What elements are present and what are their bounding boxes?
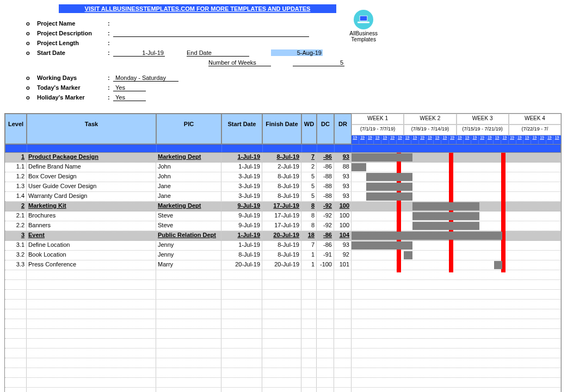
cell: 8-Jul-19 [262, 241, 301, 250]
table-row: 1Product Package DesignMarketing Dept1-J… [5, 153, 561, 163]
cell: 7 [301, 241, 317, 250]
gantt-cell [352, 231, 561, 240]
cell: 3-Jul-19 [221, 172, 262, 182]
holidays-marker-input[interactable]: Yes [113, 94, 146, 101]
cell: 8-Jul-19 [262, 192, 301, 201]
cell: User Guide Cover Design [27, 182, 156, 191]
week-range: (7/15/19 - 7/21/19) [457, 125, 509, 135]
cell: 1-Jul-19 [221, 231, 262, 240]
day-cell: 19 [523, 135, 531, 144]
gantt-cell [352, 202, 561, 211]
cell: -86 [317, 241, 334, 250]
empty-row [5, 349, 561, 358]
gantt-bar [352, 163, 366, 171]
label-todays-marker: Today's Marker [37, 84, 108, 91]
day-cell: 19 [427, 135, 434, 144]
cell: -91 [317, 251, 334, 260]
table-row: 3.3Press ConferenceMarry20-Jul-1920-Jul-… [5, 260, 561, 270]
day-cell: 19 [509, 135, 516, 144]
empty-row [5, 358, 561, 368]
day-cell: 19 [397, 135, 404, 144]
project-desc-input[interactable] [113, 29, 309, 37]
empty-row [5, 309, 561, 319]
cell: 100 [334, 211, 352, 221]
cell: Jenny [156, 251, 221, 260]
gantt-cell [352, 260, 561, 270]
working-days-input[interactable]: Monday - Saturday [113, 74, 178, 82]
label-project-desc: Project Description [37, 30, 108, 36]
cell: 93 [334, 241, 352, 250]
cell: 20-Jul-19 [262, 231, 301, 240]
col-level: Level [5, 114, 27, 144]
blue-strip [5, 144, 561, 153]
day-cell: 19 [501, 135, 509, 144]
day-cell: 19 [531, 135, 539, 144]
cell: 1 [301, 260, 317, 270]
cell: 5 [301, 192, 317, 201]
table-row: 2.1BrochuresSteve9-Jul-1917-Jul-198-9210… [5, 211, 561, 221]
gantt-cell [352, 172, 561, 182]
end-date-value: 5-Aug-19 [271, 49, 323, 56]
gantt-cell [352, 153, 561, 162]
cell: Banners [27, 221, 156, 231]
cell: -92 [317, 211, 334, 221]
cell: 93 [334, 172, 352, 182]
gantt-bar [494, 261, 502, 269]
week-range: (7/22/19 - 7/ [509, 125, 561, 135]
gantt-bar [366, 192, 412, 201]
table-row: 1.1Define Brand NameJohn1-Jul-192-Jul-19… [5, 163, 561, 172]
gantt-bar [352, 153, 412, 161]
start-date-input[interactable]: 1-Jul-19 [113, 49, 165, 57]
cell: 2 [301, 163, 317, 172]
table-row: 1.3User Guide Cover DesignJane3-Jul-198-… [5, 182, 561, 192]
gantt-cell [352, 241, 561, 250]
cell: -92 [317, 221, 334, 231]
cell: 8-Jul-19 [262, 153, 301, 162]
cell: 1 [301, 251, 317, 260]
cell: 20-Jul-19 [262, 260, 301, 270]
gantt-cell [352, 163, 561, 172]
week-header: WEEK 1 [352, 114, 404, 125]
empty-row [5, 290, 561, 300]
cell: 1.2 [5, 172, 27, 182]
table-row: 2Marketing KitMarketing Dept9-Jul-1917-J… [5, 202, 561, 211]
cell: 3 [5, 231, 27, 240]
gantt-table: Level Task PIC Start Date Finish Date WD… [4, 113, 562, 392]
cell: 3.1 [5, 241, 27, 250]
day-cell: 19 [457, 135, 464, 144]
cell: 93 [334, 153, 352, 162]
cell: 1.4 [5, 192, 27, 201]
table-row: 1.2Box Cover DesignJohn3-Jul-198-Jul-195… [5, 172, 561, 182]
svg-rect-2 [358, 22, 369, 23]
cell: -88 [317, 192, 334, 201]
col-task: Task [27, 114, 156, 144]
cell: 92 [334, 251, 352, 260]
col-pic: PIC [156, 114, 221, 144]
col-start: Start Date [221, 114, 262, 144]
day-cell: 19 [486, 135, 494, 144]
day-cell: 19 [479, 135, 486, 144]
cell: Jenny [156, 241, 221, 250]
day-cell: 19 [449, 135, 457, 144]
gantt-bar [352, 232, 502, 240]
day-cell: 19 [381, 135, 389, 144]
cell: John [156, 163, 221, 172]
cell: -88 [317, 182, 334, 191]
week-header: WEEK 4 [509, 114, 561, 125]
cell: Steve [156, 221, 221, 231]
empty-row [5, 329, 561, 339]
laptop-icon [354, 10, 373, 29]
cell: 5 [301, 182, 317, 191]
label-end-date: End Date [187, 49, 249, 57]
cell: 2-Jul-19 [262, 163, 301, 172]
gantt-bar [412, 212, 479, 220]
cell: 8 [301, 211, 317, 221]
cell: 8-Jul-19 [262, 182, 301, 191]
cell: 93 [334, 192, 352, 201]
todays-marker-input[interactable]: Yes [113, 84, 146, 91]
gantt-cell [352, 182, 561, 191]
day-cell: 19 [419, 135, 427, 144]
day-cell: 19 [352, 135, 359, 144]
banner-link[interactable]: VISIT ALLBUSINESSTEMPLATES.COM FOR MORE … [59, 4, 336, 13]
cell: 88 [334, 163, 352, 172]
